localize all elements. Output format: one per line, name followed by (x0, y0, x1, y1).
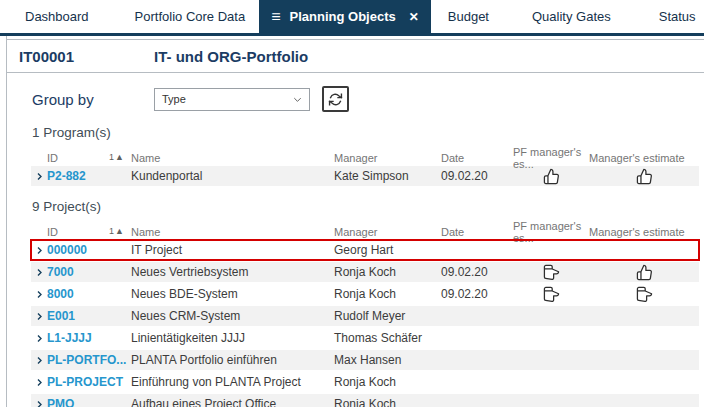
chevron-right-icon[interactable] (31, 172, 47, 181)
row-id-link[interactable]: PMO (47, 397, 131, 407)
chevron-right-icon[interactable] (31, 246, 47, 255)
row-id-link[interactable]: L1-JJJJ (47, 331, 131, 345)
row-name: Neues CRM-System (131, 309, 334, 323)
row-id-link[interactable]: 000000 (47, 243, 131, 257)
table-row[interactable]: PMO Aufbau eines Project Office Ronja Ko… (31, 394, 699, 407)
chevron-right-icon[interactable] (31, 356, 47, 365)
row-manager: Ronja Koch (334, 375, 441, 389)
table-row[interactable]: 7000 Neues Vertriebsystem Ronja Koch 09.… (31, 262, 699, 282)
thumb-neutral-icon[interactable] (543, 286, 560, 303)
row-name: Aufbau eines Project Office (131, 397, 334, 407)
row-manager: Rudolf Meyer (334, 309, 441, 323)
col-name[interactable]: Name (131, 152, 334, 164)
sort-indicator[interactable]: 1▲ (109, 226, 125, 238)
content-frame: IT00001 IT- und ORG-Portfolio Group by T… (6, 36, 704, 407)
group-by-label: Group by (32, 91, 154, 108)
row-id-link[interactable]: PL-PROJECT (47, 375, 131, 389)
row-name: Einführung von PLANTA Project (131, 375, 334, 389)
table-header: ID 1▲ Name Manager Date PF manager's es.… (31, 220, 699, 237)
tab-planning-objects[interactable]: ≡ Planning Objects ✕ (259, 0, 431, 33)
row-id-link[interactable]: 8000 (47, 287, 131, 301)
table-row[interactable]: PL-PORTFO... PLANTA Portfolio einführen … (31, 350, 699, 370)
refresh-button[interactable] (322, 86, 349, 112)
refresh-icon (328, 92, 343, 107)
portfolio-header: IT00001 IT- und ORG-Portfolio (7, 39, 704, 73)
tab-planning-objects-label: Planning Objects (290, 9, 396, 24)
col-id[interactable]: ID (47, 152, 58, 164)
col-manager-estimate[interactable]: Manager's estimate (589, 226, 699, 238)
close-icon[interactable]: ✕ (409, 10, 419, 24)
thumb-neutral-icon[interactable] (543, 264, 560, 281)
page-title: IT- und ORG-Portfolio (154, 48, 308, 65)
row-manager: Ronja Koch (334, 287, 441, 301)
row-manager: Ronja Koch (334, 265, 441, 279)
chevron-down-icon (292, 94, 303, 105)
group-by-select[interactable]: Type (154, 88, 310, 111)
programs-table: ID 1▲ Name Manager Date PF manager's es.… (31, 146, 699, 186)
row-manager: Kate Simpson (334, 169, 441, 183)
row-name: Linientätigkeiten JJJJ (131, 331, 334, 345)
chevron-right-icon[interactable] (31, 334, 47, 343)
row-manager: Max Hansen (334, 353, 441, 367)
row-date: 09.02.20 (441, 265, 513, 279)
thumb-neutral-icon[interactable] (636, 286, 653, 303)
table-header: ID 1▲ Name Manager Date PF manager's es.… (31, 146, 699, 163)
section-title-programs: 1 Program(s) (32, 125, 704, 140)
projects-table: ID 1▲ Name Manager Date PF manager's es.… (31, 220, 699, 407)
col-date[interactable]: Date (441, 152, 513, 164)
col-date[interactable]: Date (441, 226, 513, 238)
tab-bar: Dashboard Portfolio Core Data ≡ Planning… (0, 0, 704, 36)
thumb-up-icon[interactable] (636, 264, 653, 281)
col-pf-estimate[interactable]: PF manager's es... (513, 220, 589, 244)
table-row[interactable]: PL-PROJECT Einführung von PLANTA Project… (31, 372, 699, 392)
tab-portfolio-core-data[interactable]: Portfolio Core Data (135, 0, 246, 33)
tab-dashboard[interactable]: Dashboard (25, 0, 89, 33)
col-manager-estimate[interactable]: Manager's estimate (589, 152, 699, 164)
row-name: IT Project (131, 243, 334, 257)
table-row[interactable]: L1-JJJJ Linientätigkeiten JJJJ Thomas Sc… (31, 328, 699, 348)
col-id[interactable]: ID (47, 226, 58, 238)
portfolio-id: IT00001 (19, 48, 154, 65)
row-name: PLANTA Portfolio einführen (131, 353, 334, 367)
thumb-up-icon[interactable] (543, 168, 560, 185)
row-name: Kundenportal (131, 169, 334, 183)
row-id-link[interactable]: 7000 (47, 265, 131, 279)
col-manager[interactable]: Manager (334, 226, 441, 238)
table-row[interactable]: E001 Neues CRM-System Rudolf Meyer (31, 306, 699, 326)
hamburger-menu-icon[interactable]: ≡ (271, 9, 280, 25)
row-id-link[interactable]: E001 (47, 309, 131, 323)
row-id-link[interactable]: PL-PORTFO... (47, 353, 131, 367)
row-date: 09.02.20 (441, 169, 513, 183)
table-row[interactable]: P2-882 Kundenportal Kate Simpson 09.02.2… (31, 166, 699, 186)
col-name[interactable]: Name (131, 226, 334, 238)
tab-status[interactable]: Status (659, 0, 696, 33)
row-date: 09.02.20 (441, 287, 513, 301)
row-name: Neues Vertriebsystem (131, 265, 334, 279)
chevron-right-icon[interactable] (31, 400, 47, 407)
table-row[interactable]: 8000 Neues BDE-System Ronja Koch 09.02.2… (31, 284, 699, 304)
group-by-value: Type (162, 93, 186, 105)
thumb-up-icon[interactable] (636, 168, 653, 185)
tab-budget[interactable]: Budget (448, 0, 489, 33)
col-pf-estimate[interactable]: PF manager's es... (513, 146, 589, 170)
row-id-link[interactable]: P2-882 (47, 169, 131, 183)
col-manager[interactable]: Manager (334, 152, 441, 164)
chevron-right-icon[interactable] (31, 290, 47, 299)
section-title-projects: 9 Project(s) (32, 199, 704, 214)
row-manager: Georg Hart (334, 243, 441, 257)
row-manager: Ronja Koch (334, 397, 441, 407)
tab-quality-gates[interactable]: Quality Gates (532, 0, 611, 33)
chevron-right-icon[interactable] (31, 378, 47, 387)
row-manager: Thomas Schäfer (334, 331, 441, 345)
group-by-toolbar: Group by Type (32, 86, 704, 112)
sort-indicator[interactable]: 1▲ (109, 152, 125, 164)
chevron-right-icon[interactable] (31, 268, 47, 277)
table-row-selected[interactable]: 000000 IT Project Georg Hart (31, 240, 699, 260)
chevron-right-icon[interactable] (31, 312, 47, 321)
row-name: Neues BDE-System (131, 287, 334, 301)
